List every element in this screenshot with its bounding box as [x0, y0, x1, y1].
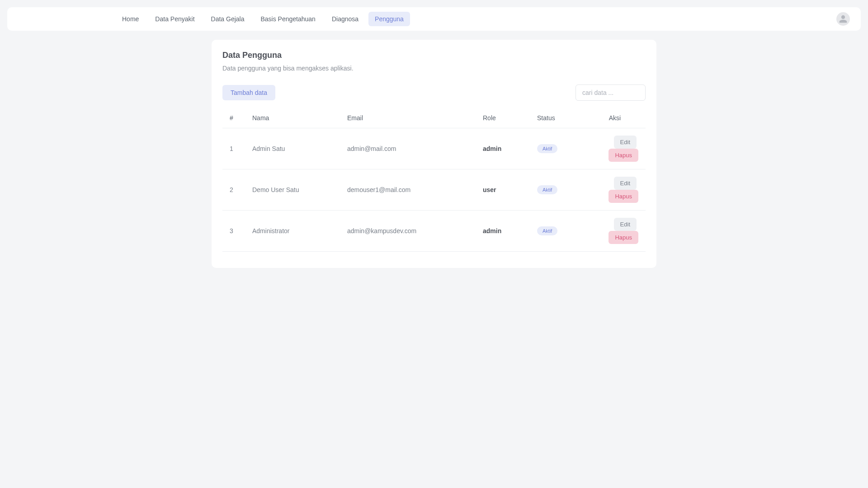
cell-email: admin@mail.com [340, 128, 476, 169]
content: Data Pengguna Data pengguna yang bisa me… [212, 40, 656, 268]
role-value: admin [483, 227, 501, 235]
nav-basis-pengetahuan[interactable]: Basis Pengetahuan [254, 12, 321, 26]
role-value: admin [483, 145, 501, 152]
cell-status: Aktif [530, 211, 584, 252]
cell-role: admin [476, 128, 530, 169]
cell-num: 1 [222, 128, 245, 169]
status-badge: Aktif [537, 144, 557, 153]
nav-data-penyakit[interactable]: Data Penyakit [149, 12, 201, 26]
topbar: Home Data Penyakit Data Gejala Basis Pen… [7, 7, 861, 31]
th-status: Status [530, 108, 584, 128]
table-toolbar: Tambah data [222, 84, 646, 101]
table-row: 3 Administrator admin@kampusdev.com admi… [222, 211, 646, 252]
th-role: Role [476, 108, 530, 128]
search-input[interactable] [576, 84, 646, 101]
cell-email: admin@kampusdev.com [340, 211, 476, 252]
main-nav: Home Data Penyakit Data Gejala Basis Pen… [116, 12, 410, 26]
table-row: 2 Demo User Satu demouser1@mail.com user… [222, 169, 646, 211]
th-num: # [222, 108, 245, 128]
cell-email: demouser1@mail.com [340, 169, 476, 211]
cell-aksi: Edit Hapus [584, 128, 646, 169]
nav-home[interactable]: Home [116, 12, 145, 26]
cell-role: user [476, 169, 530, 211]
cell-num: 3 [222, 211, 245, 252]
cell-nama: Administrator [245, 211, 340, 252]
status-badge: Aktif [537, 226, 557, 235]
th-email: Email [340, 108, 476, 128]
page-subtitle: Data pengguna yang bisa mengakses aplika… [222, 65, 646, 72]
cell-status: Aktif [530, 128, 584, 169]
status-badge: Aktif [537, 185, 557, 194]
user-icon [838, 14, 848, 24]
edit-button[interactable]: Edit [614, 136, 637, 149]
table-header-row: # Nama Email Role Status Aksi [222, 108, 646, 128]
page-title: Data Pengguna [222, 51, 646, 60]
add-data-button[interactable]: Tambah data [222, 85, 275, 100]
pengguna-table: # Nama Email Role Status Aksi 1 Admin Sa… [222, 108, 646, 252]
cell-nama: Admin Satu [245, 128, 340, 169]
cell-num: 2 [222, 169, 245, 211]
cell-status: Aktif [530, 169, 584, 211]
cell-aksi: Edit Hapus [584, 169, 646, 211]
th-aksi: Aksi [584, 108, 646, 128]
table-row: 1 Admin Satu admin@mail.com admin Aktif … [222, 128, 646, 169]
role-value: user [483, 186, 496, 193]
avatar[interactable] [836, 12, 850, 26]
cell-role: admin [476, 211, 530, 252]
cell-nama: Demo User Satu [245, 169, 340, 211]
nav-diagnosa[interactable]: Diagnosa [326, 12, 365, 26]
nav-data-gejala[interactable]: Data Gejala [205, 12, 251, 26]
nav-pengguna[interactable]: Pengguna [368, 12, 410, 26]
hapus-button[interactable]: Hapus [609, 231, 638, 244]
card-data-pengguna: Data Pengguna Data pengguna yang bisa me… [212, 40, 656, 268]
th-nama: Nama [245, 108, 340, 128]
cell-aksi: Edit Hapus [584, 211, 646, 252]
hapus-button[interactable]: Hapus [609, 149, 638, 162]
hapus-button[interactable]: Hapus [609, 190, 638, 203]
edit-button[interactable]: Edit [614, 218, 637, 231]
edit-button[interactable]: Edit [614, 177, 637, 190]
